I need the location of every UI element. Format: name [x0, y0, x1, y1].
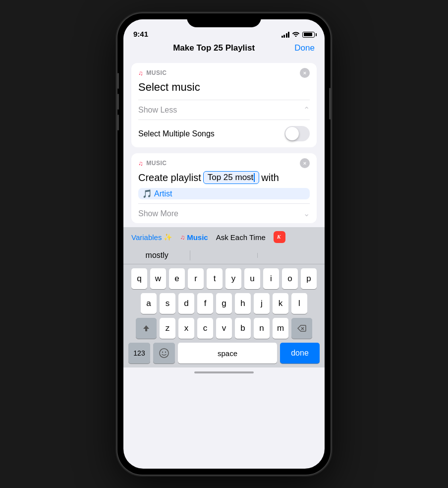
done-key[interactable]: done	[280, 343, 320, 364]
emoji-key[interactable]	[153, 343, 175, 364]
key-o[interactable]: o	[282, 268, 298, 289]
key-k[interactable]: k	[273, 293, 288, 314]
key-m[interactable]: m	[273, 318, 288, 339]
variables-toolbar-item[interactable]: Variables ✨	[131, 233, 172, 242]
card1-label: ♫ MUSIC	[138, 69, 167, 77]
keyboard-row-3: z x c v b n m	[125, 318, 323, 339]
input-value: Top 25 most	[208, 173, 254, 183]
card1-header: ♫ MUSIC ×	[131, 63, 317, 81]
shift-key[interactable]	[136, 318, 157, 339]
key-f[interactable]: f	[197, 293, 213, 314]
phone-screen: 9:41	[123, 19, 325, 469]
key-a[interactable]: a	[141, 293, 157, 314]
key-d[interactable]: d	[178, 293, 194, 314]
token-row: 🎵 Artist	[138, 188, 310, 199]
space-label: space	[218, 349, 237, 358]
magic-wand-icon: ✨	[164, 233, 172, 241]
notch	[187, 13, 261, 27]
numbers-key[interactable]: 123	[128, 343, 150, 364]
red-shortcut-label: K	[276, 233, 283, 242]
music-toolbar-item[interactable]: ♫ Music	[180, 233, 208, 242]
key-i[interactable]: i	[263, 268, 279, 289]
create-suffix: with	[261, 172, 279, 183]
token-music-icon: 🎵	[142, 189, 152, 198]
keyboard-bottom-row: 123 space done	[125, 343, 323, 364]
token-label: Artist	[154, 189, 172, 198]
autocomplete-item-2[interactable]	[190, 251, 257, 259]
key-b[interactable]: b	[235, 318, 251, 339]
ask-each-time-label: Ask Each Time	[216, 233, 266, 242]
svg-text:K: K	[277, 234, 281, 240]
nav-title: Make Top 25 Playlist	[173, 43, 255, 53]
keyboard-row-2: a s d f g h j k l	[125, 293, 323, 314]
variables-label: Variables	[131, 233, 162, 242]
card1-category: MUSIC	[146, 69, 167, 76]
key-w[interactable]: w	[150, 268, 166, 289]
numbers-label: 123	[133, 349, 145, 357]
card2-close-button[interactable]: ×	[300, 158, 310, 168]
svg-point-1	[160, 349, 168, 358]
artist-token[interactable]: 🎵 Artist	[138, 188, 310, 199]
playlist-content: Create playlist Top 25 most with 🎵 Artis…	[131, 171, 317, 203]
status-icons	[281, 31, 315, 38]
autocomplete-bar: mostly	[123, 247, 325, 264]
key-c[interactable]: c	[197, 318, 213, 339]
key-p[interactable]: p	[301, 268, 317, 289]
autocomplete-word-1: mostly	[146, 251, 168, 259]
content-area: ♫ MUSIC × Select music Show Less ⌃ Selec…	[123, 59, 325, 227]
key-x[interactable]: x	[178, 318, 194, 339]
show-more-label: Show More	[138, 209, 178, 218]
status-time: 9:41	[133, 30, 148, 38]
music-note-icon-2: ♫	[138, 160, 143, 167]
battery-icon	[302, 32, 315, 38]
wifi-icon	[292, 31, 300, 38]
chevron-up-icon: ⌃	[303, 105, 310, 115]
multiple-songs-row: Select Multiple Songs	[131, 120, 317, 147]
show-less-row[interactable]: Show Less ⌃	[131, 100, 317, 120]
space-key[interactable]: space	[178, 343, 277, 364]
chevron-down-icon: ⌄	[303, 209, 310, 218]
key-q[interactable]: q	[131, 268, 147, 289]
cursor-bar	[254, 173, 255, 182]
create-playlist-card: ♫ MUSIC × Create playlist Top 25 most wi…	[131, 153, 317, 223]
card1-main-text: Select music	[138, 81, 310, 94]
key-h[interactable]: h	[235, 293, 251, 314]
key-y[interactable]: y	[225, 268, 241, 289]
signal-bars-icon	[281, 32, 290, 38]
home-indicator	[123, 367, 325, 375]
delete-key[interactable]	[291, 318, 312, 339]
key-z[interactable]: z	[160, 318, 175, 339]
multiple-songs-toggle[interactable]	[284, 126, 310, 141]
key-v[interactable]: v	[216, 318, 232, 339]
key-l[interactable]: l	[291, 293, 307, 314]
show-less-label: Show Less	[138, 106, 177, 115]
red-shortcut-button[interactable]: K	[274, 231, 285, 243]
autocomplete-item-3[interactable]	[258, 251, 325, 259]
create-prefix: Create playlist	[138, 172, 201, 183]
card2-label: ♫ MUSIC	[138, 160, 167, 167]
key-r[interactable]: r	[188, 268, 204, 289]
key-n[interactable]: n	[254, 318, 270, 339]
music-note-toolbar-icon: ♫	[180, 234, 185, 241]
multiple-songs-label: Select Multiple Songs	[138, 129, 215, 138]
key-e[interactable]: e	[169, 268, 185, 289]
svg-point-3	[165, 352, 166, 353]
autocomplete-item-1[interactable]: mostly	[123, 247, 190, 264]
ask-each-time-toolbar-item[interactable]: Ask Each Time	[216, 233, 266, 242]
card1-close-button[interactable]: ×	[300, 68, 310, 78]
done-key-label: done	[291, 349, 309, 358]
music-toolbar-label: Music	[187, 233, 208, 242]
home-bar	[194, 371, 254, 373]
playlist-input-token[interactable]: Top 25 most	[203, 171, 260, 184]
nav-header: Make Top 25 Playlist Done	[123, 41, 325, 59]
show-more-row[interactable]: Show More ⌄	[131, 204, 317, 223]
keyboard-row-1: q w e r t y u i o p	[125, 268, 323, 289]
done-button[interactable]: Done	[294, 43, 315, 53]
key-t[interactable]: t	[207, 268, 223, 289]
key-g[interactable]: g	[216, 293, 232, 314]
key-j[interactable]: j	[254, 293, 270, 314]
keyboard: q w e r t y u i o p a s d f g h j k	[123, 264, 325, 367]
playlist-line: Create playlist Top 25 most with	[138, 171, 310, 184]
key-s[interactable]: s	[160, 293, 175, 314]
key-u[interactable]: u	[244, 268, 260, 289]
